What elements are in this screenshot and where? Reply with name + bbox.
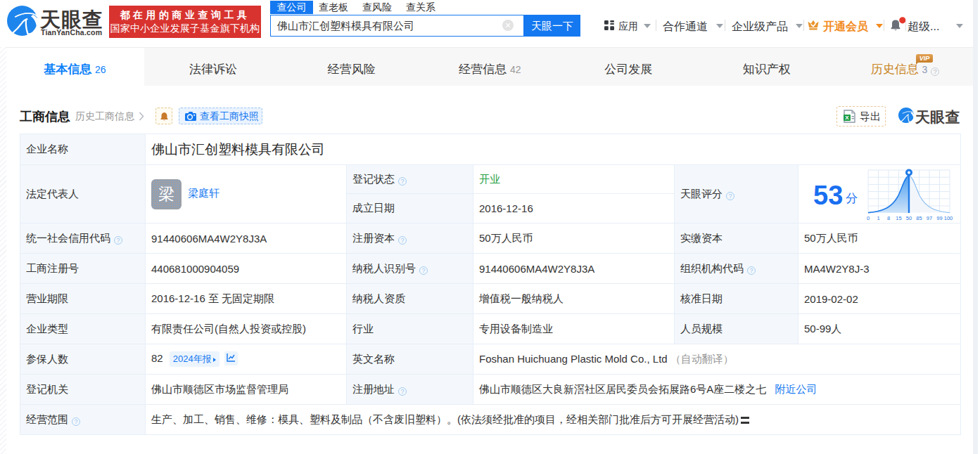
svg-text:15: 15: [896, 215, 901, 221]
svg-text:99: 99: [936, 215, 942, 221]
svg-text:X: X: [845, 115, 849, 121]
svg-text:50: 50: [906, 215, 912, 221]
svg-text:85: 85: [916, 215, 922, 221]
svg-text:0: 0: [867, 215, 870, 221]
svg-text:8: 8: [887, 215, 890, 221]
svg-text:100: 100: [944, 215, 953, 221]
svg-text:97: 97: [927, 215, 932, 221]
svg-text:1: 1: [877, 215, 879, 221]
